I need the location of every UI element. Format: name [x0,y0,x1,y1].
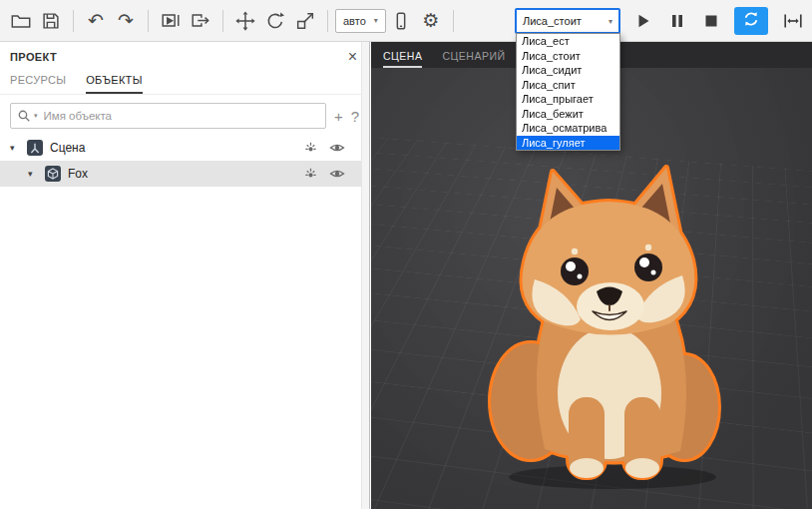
help-button[interactable]: ? [351,109,359,124]
tab-objects[interactable]: ОБЪЕКТЫ [86,74,142,94]
save-icon [40,10,62,32]
rotate-icon [264,10,286,32]
device-mode-button[interactable] [386,6,416,36]
project-panel-header: ПРОЕКТ × [0,42,369,67]
gear-icon: ⚙ [422,11,439,30]
run-project-button[interactable] [156,6,186,36]
run-preview-icon [160,10,182,32]
undo-icon: ↶ [88,11,104,30]
dropdown-option-highlighted[interactable]: Лиса_гуляет [517,136,619,151]
dropdown-option[interactable]: Лиса_ест [517,34,619,49]
project-panel: ПРОЕКТ × РЕСУРСЫ ОБЪЕКТЫ ▾ + ? ▾ [0,42,370,509]
settings-button[interactable]: ⚙ [416,6,446,36]
play-button[interactable] [632,6,654,36]
tree-row-fox[interactable]: ▾ Fox [0,161,369,187]
loop-playback-button[interactable] [734,7,768,35]
save-button[interactable] [36,6,66,36]
chevron-down-icon: ▾ [609,17,612,26]
search-box[interactable]: ▾ [10,103,326,129]
dropdown-option[interactable]: Лиса_сидит [517,63,619,78]
dropdown-option[interactable]: Лиса_бежит [517,107,619,122]
toolbar-separator [222,10,223,32]
close-icon[interactable]: × [348,49,357,65]
tree-node-label: Сцена [50,141,296,155]
animation-select[interactable]: Лиса_стоит ▾ [515,8,620,34]
stop-icon [702,12,720,30]
object-tree: ▾ Сцена ▾ Fox [0,135,369,187]
folder-icon [10,10,32,32]
highlight-icon[interactable] [303,141,318,155]
caret-down-icon[interactable]: ▾ [10,143,20,153]
dropdown-option[interactable]: Лиса_осматрива [517,121,619,136]
redo-icon: ↷ [118,11,134,30]
search-icon [17,109,31,123]
dropdown-option[interactable]: Лиса_прыгает [517,92,619,107]
toolbar-separator [327,10,328,32]
animation-select-value: Лиса_стоит [523,15,582,27]
tree-row-scene[interactable]: ▾ Сцена [0,135,369,161]
device-icon [390,10,412,32]
fox-model[interactable] [483,160,734,493]
highlight-icon[interactable] [303,167,318,181]
toolbar-separator [148,10,149,32]
pause-icon [668,12,686,30]
project-panel-tabs: РЕСУРСЫ ОБЪЕКТЫ [0,67,369,95]
scale-tool-button[interactable] [290,6,320,36]
rotate-tool-button[interactable] [260,6,290,36]
animation-dropdown-list: Лиса_ест Лиса_стоит Лиса_сидит Лиса_спит… [516,33,620,151]
stop-button[interactable] [700,6,722,36]
chevron-down-icon: ▾ [374,16,378,25]
platform-select[interactable]: авто ▾ [335,9,386,33]
eye-icon[interactable] [329,142,345,154]
export-button[interactable] [186,6,215,36]
scene-icon [27,140,43,156]
object-search-row: ▾ + ? [10,103,359,129]
eye-icon[interactable] [329,168,345,180]
open-project-button[interactable] [6,6,36,36]
caret-down-icon[interactable]: ▾ [28,169,38,179]
pause-button[interactable] [666,6,688,36]
tree-node-label: Fox [68,167,296,181]
main-toolbar: ↶ ↷ [0,0,812,42]
play-icon [634,12,652,30]
move-icon [234,10,256,32]
dropdown-option[interactable]: Лиса_спит [517,78,619,93]
panel-title: ПРОЕКТ [10,51,348,63]
add-object-button[interactable]: + [334,109,343,124]
loop-icon [741,9,761,33]
tab-scenario[interactable]: СЦЕНАРИЙ [442,50,505,68]
scale-icon [294,10,316,32]
dropdown-option[interactable]: Лиса_стоит [517,49,619,64]
pingpong-icon [782,10,804,32]
cube-icon [45,166,61,182]
search-input[interactable] [44,110,319,122]
toolbar-separator [73,10,74,32]
undo-button[interactable]: ↶ [81,6,111,36]
export-icon [190,10,211,32]
platform-select-value: авто [343,15,366,27]
search-filter-caret-icon[interactable]: ▾ [34,112,38,120]
redo-button[interactable]: ↷ [111,6,141,36]
toolbar-separator [453,10,454,32]
tab-resources[interactable]: РЕСУРСЫ [10,74,66,94]
pingpong-playback-button[interactable] [780,6,806,36]
move-tool-button[interactable] [230,6,260,36]
panel-scrollbar[interactable] [361,42,369,509]
editor-window: ↶ ↷ [0,0,812,509]
tab-scene[interactable]: СЦЕНА [383,50,422,68]
